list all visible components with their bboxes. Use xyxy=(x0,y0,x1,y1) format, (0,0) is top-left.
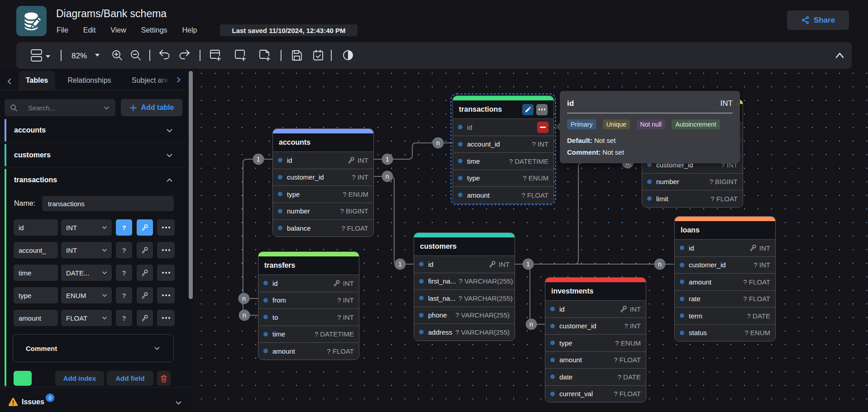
svg-text:1: 1 xyxy=(386,156,389,163)
svg-text:n: n xyxy=(386,173,389,180)
svg-text:1: 1 xyxy=(398,260,402,268)
svg-text:1: 1 xyxy=(257,156,260,163)
svg-text:n: n xyxy=(529,321,533,328)
svg-text:1: 1 xyxy=(526,260,530,268)
svg-text:n: n xyxy=(243,312,246,319)
svg-text:n: n xyxy=(436,139,440,147)
svg-text:82%: 82% xyxy=(72,52,87,60)
svg-text:n: n xyxy=(242,295,246,302)
svg-text:n: n xyxy=(658,260,662,268)
